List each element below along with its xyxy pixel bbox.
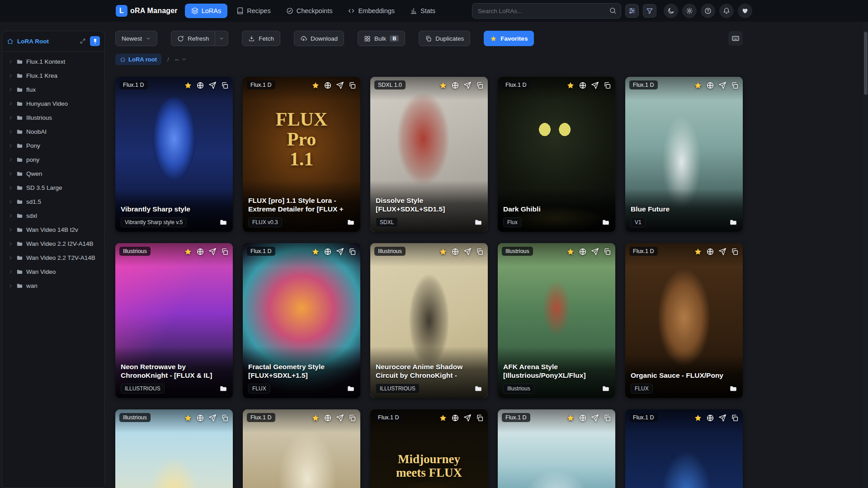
folder-icon[interactable]	[347, 385, 355, 393]
globe-icon[interactable]	[579, 414, 587, 422]
search-icon[interactable]	[609, 7, 617, 14]
favorite-star-icon[interactable]	[184, 81, 192, 89]
favorite-star-icon[interactable]	[311, 248, 320, 256]
folder-item-wan-video-2-2-t2v-a14b[interactable]: Wan Video 2.2 T2V-A14B	[5, 251, 102, 265]
folder-item-pony[interactable]: pony	[5, 153, 102, 167]
sidebar-root-label[interactable]: LoRA Root	[17, 38, 49, 45]
lora-card[interactable]: IllustriousNeon Retrowave by ChronoKnigh…	[115, 243, 233, 398]
chevron-right-icon[interactable]	[8, 115, 13, 120]
chevron-right-icon[interactable]	[8, 213, 13, 218]
copy-icon[interactable]	[476, 414, 484, 422]
favorite-star-icon[interactable]	[311, 414, 320, 422]
lora-card[interactable]: FLUX Pro 1.1Flux.1 DFLUX [pro] 1.1 Style…	[243, 77, 360, 232]
copy-icon[interactable]	[731, 81, 739, 89]
folder-icon[interactable]	[474, 385, 482, 393]
folder-item-wan-video-14b-t2v[interactable]: Wan Video 14B t2v	[5, 223, 102, 237]
lora-card[interactable]: Flux.1 DOrganic Sauce - FLUX/PonyFLUX	[625, 243, 743, 398]
globe-icon[interactable]	[706, 248, 714, 256]
app-logo[interactable]: L oRA Manager	[116, 5, 178, 17]
scrollbar[interactable]	[863, 0, 868, 488]
folder-item-flux-1-kontext[interactable]: Flux.1 Kontext	[5, 55, 102, 69]
favorite-star-icon[interactable]	[439, 81, 447, 89]
folder-icon[interactable]	[729, 218, 737, 226]
folder-item-flux-1-krea[interactable]: Flux.1 Krea	[5, 69, 102, 83]
sort-select[interactable]: Newest	[115, 31, 157, 46]
copy-icon[interactable]	[476, 248, 484, 256]
copy-icon[interactable]	[221, 81, 229, 89]
chevron-right-icon[interactable]	[8, 171, 13, 176]
copy-icon[interactable]	[603, 414, 611, 422]
breadcrumb-current[interactable]: --	[175, 56, 187, 63]
lora-card[interactable]: SDXL 1.0Dissolve Style [FLUX+SDXL+SD1.5]…	[370, 77, 488, 232]
favorite-star-icon[interactable]	[439, 414, 447, 422]
nav-item-checkpoints[interactable]: Checkpoints	[280, 4, 339, 18]
chevron-right-icon[interactable]	[8, 227, 13, 232]
copy-icon[interactable]	[348, 81, 356, 89]
send-icon[interactable]	[208, 81, 217, 89]
lora-tag[interactable]: ILLUSTRIOUS	[376, 384, 420, 394]
send-icon[interactable]	[463, 248, 472, 256]
chevron-right-icon[interactable]	[8, 269, 13, 274]
nav-item-embeddings[interactable]: Embeddings	[341, 4, 401, 18]
chevron-right-icon[interactable]	[8, 185, 13, 190]
globe-icon[interactable]	[324, 414, 332, 422]
folder-icon[interactable]	[219, 385, 227, 393]
copy-icon[interactable]	[476, 81, 484, 89]
folder-icon[interactable]	[602, 218, 610, 226]
copy-icon[interactable]	[603, 81, 611, 89]
chevron-right-icon[interactable]	[8, 73, 13, 78]
globe-icon[interactable]	[196, 81, 204, 89]
globe-icon[interactable]	[324, 81, 332, 89]
chevron-right-icon[interactable]	[8, 255, 13, 260]
lora-card[interactable]: IllustriousNeurocore Anime Shadow Circui…	[370, 243, 488, 398]
help-button[interactable]	[701, 4, 715, 18]
folder-item-wan[interactable]: wan	[5, 279, 102, 293]
lora-card[interactable]: IllustriousAFK Arena Style [Illustrious/…	[498, 243, 615, 398]
globe-icon[interactable]	[706, 414, 714, 422]
lora-tag[interactable]: FLUX v0.3	[248, 217, 282, 227]
gear-button[interactable]	[682, 4, 697, 18]
chevron-right-icon[interactable]	[8, 87, 13, 92]
folder-item-wan-video-2-2-i2v-a14b[interactable]: Wan Video 2.2 I2V-A14B	[5, 237, 102, 251]
favorite-star-icon[interactable]	[694, 248, 702, 256]
chevron-right-icon[interactable]	[8, 241, 13, 246]
globe-icon[interactable]	[324, 248, 332, 256]
folder-item-hunyuan-video[interactable]: Hunyuan Video	[5, 97, 102, 111]
lora-card[interactable]: Flux.1 D	[243, 409, 360, 488]
folder-icon[interactable]	[729, 385, 737, 393]
chevron-right-icon[interactable]	[8, 283, 13, 288]
nav-item-loras[interactable]: LoRAs	[185, 4, 228, 18]
bell-button[interactable]	[719, 4, 734, 18]
chevron-right-icon[interactable]	[8, 59, 13, 64]
folder-item-sdxl[interactable]: sdxl	[5, 209, 102, 223]
lora-tag[interactable]: FLUX	[631, 384, 653, 394]
lora-tag[interactable]: Vibrantly Sharp style v.5	[121, 217, 187, 227]
download-button[interactable]: Download	[294, 31, 344, 46]
folder-item-qwen[interactable]: Qwen	[5, 167, 102, 181]
favorite-star-icon[interactable]	[184, 248, 192, 256]
send-icon[interactable]	[208, 414, 217, 422]
folder-icon[interactable]	[347, 218, 355, 226]
favorite-star-icon[interactable]	[694, 414, 702, 422]
send-icon[interactable]	[718, 248, 726, 256]
copy-icon[interactable]	[603, 248, 611, 256]
expand-all-icon[interactable]	[80, 38, 86, 44]
send-icon[interactable]	[463, 414, 472, 422]
folder-icon[interactable]	[474, 218, 482, 226]
scrollbar-thumb[interactable]	[864, 32, 868, 95]
folder-item-sd-3-5-large[interactable]: SD 3.5 Large	[5, 181, 102, 195]
lora-card[interactable]: Flux.1 D	[498, 409, 615, 488]
folder-item-wan-video[interactable]: Wan Video	[5, 265, 102, 279]
favorite-star-icon[interactable]	[694, 81, 702, 89]
lora-card[interactable]: Flux.1 DDark GhibliFlux	[498, 77, 615, 232]
lora-tag[interactable]: SDXL	[376, 217, 398, 227]
chevron-right-icon[interactable]	[8, 143, 13, 148]
globe-icon[interactable]	[196, 414, 204, 422]
globe-icon[interactable]	[196, 248, 204, 256]
chevron-right-icon[interactable]	[8, 157, 13, 162]
favorite-star-icon[interactable]	[439, 248, 447, 256]
folder-icon[interactable]	[219, 218, 227, 226]
globe-icon[interactable]	[579, 248, 587, 256]
lora-card[interactable]: Illustrious	[115, 409, 233, 488]
folder-icon[interactable]	[602, 385, 610, 393]
